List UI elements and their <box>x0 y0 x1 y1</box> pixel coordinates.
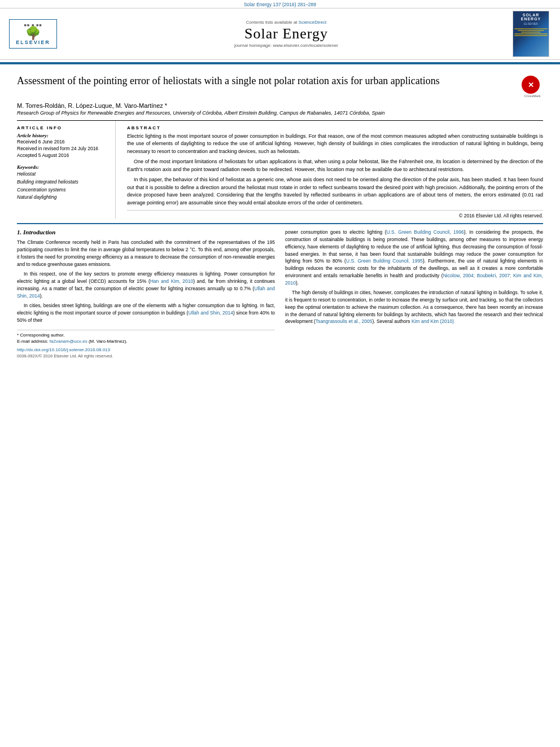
abstract-p2: One of the most important limitations of… <box>127 158 543 173</box>
article-body: Assessment of the pointing error of heli… <box>0 63 560 364</box>
intro-left: 1. Introduction The Climate Conference r… <box>17 229 275 358</box>
elsevier-brand: ELSEVIER <box>16 40 50 45</box>
received-date: Received 6 June 2016 <box>17 139 108 146</box>
journal-title: Solar Energy <box>60 26 513 42</box>
copyright: © 2016 Elsevier Ltd. All rights reserved… <box>127 210 543 219</box>
keywords-list: Heliostat Building integrated heliostats… <box>17 171 108 201</box>
abstract-col: ABSTRACT Electric lighting is the most i… <box>127 121 543 219</box>
ref-usgbc1996[interactable]: U.S. Green Building Council, 1996 <box>386 229 463 235</box>
cover-title: SOLAR ENERGY <box>514 13 548 21</box>
ref-kimkim2010[interactable]: Kim and Kim (2010) <box>412 318 454 324</box>
intro-p1: The Climate Conference recently held in … <box>17 239 275 268</box>
ref-han2010[interactable]: Han and Kim, 2010 <box>150 278 193 284</box>
keyword-2: Building integrated heliostats <box>17 178 108 186</box>
ref-usgbc1995[interactable]: U.S. Green Building Council, 1995 <box>346 258 423 264</box>
intro-body-left: The Climate Conference recently held in … <box>17 239 275 324</box>
intro-right-p2: The high density of buildings in cities,… <box>285 289 543 325</box>
journal-homepage: journal homepage: www.elsevier.com/locat… <box>60 43 513 48</box>
article-info-col: ARTICLE INFO Article history: Received 6… <box>17 121 116 219</box>
abstract-text: Electric lighting is the most important … <box>127 133 543 207</box>
keyword-1: Heliostat <box>17 171 108 178</box>
doi-copyright: 0038-092X/© 2016 Elsevier Ltd. All right… <box>17 353 275 359</box>
article-info-label: ARTICLE INFO <box>17 125 108 130</box>
ref-ullah2014a[interactable]: Ullah and Shin, 2014 <box>17 286 275 299</box>
intro-p3: In cities, besides street lighting, buil… <box>17 302 275 324</box>
abstract-label: ABSTRACT <box>127 125 543 130</box>
doi-section: http://dx.doi.org/10.1016/j.solener.2016… <box>17 347 275 352</box>
sciencedirect-notice: Contents lists available at ScienceDirec… <box>60 20 513 25</box>
keywords-label: Keywords: <box>17 164 108 170</box>
sciencedirect-link[interactable]: ScienceDirect <box>299 20 326 25</box>
article-title-row: Assessment of the pointing error of heli… <box>17 75 543 99</box>
journal-main-header: ■■ ■ ■■ 🌳 ELSEVIER Contents lists availa… <box>0 8 560 60</box>
crossmark-icon: ✕ <box>522 76 540 94</box>
journal-citation: Solar Energy 137 (2016) 281–289 <box>0 0 560 8</box>
history-label: Article history: <box>17 133 108 138</box>
intro-heading: 1. Introduction <box>17 229 275 235</box>
abstract-p3: In this paper, the behavior of this kind… <box>127 176 543 207</box>
doi-link[interactable]: http://dx.doi.org/10.1016/j.solener.2016… <box>17 347 110 352</box>
footnote-section: * Corresponding author. E-mail address: … <box>17 330 275 344</box>
footnote-star-line: * Corresponding author. <box>17 333 275 338</box>
journal-cover: SOLAR ENERGY ELSEVIER <box>513 11 551 57</box>
authors: M. Torres-Roldán, R. López-Luque, M. Var… <box>17 102 543 109</box>
ref-tsang2005[interactable]: Tsangrassoulis et al., 2005 <box>316 318 373 324</box>
keyword-3: Concentration systems <box>17 186 108 194</box>
ref-ullah2014b[interactable]: Ullah and Shin, 2014 <box>188 310 233 316</box>
cover-elsevier-small: ELSEVIER <box>524 22 537 25</box>
intro-body-right: power consumption goes to electric light… <box>285 229 543 325</box>
journal-center: Contents lists available at ScienceDirec… <box>60 20 513 49</box>
affiliation: Research Group of Physics for Renewable … <box>17 110 543 116</box>
article-title-text: Assessment of the pointing error of heli… <box>17 75 516 88</box>
main-section: 1. Introduction The Climate Conference r… <box>17 223 543 358</box>
cover-decoration <box>514 28 548 37</box>
svg-text:✕: ✕ <box>528 81 534 89</box>
journal-header: Solar Energy 137 (2016) 281–289 ■■ ■ ■■ … <box>0 0 560 63</box>
keyword-4: Natural daylighting <box>17 194 108 202</box>
intro-right-p1: power consumption goes to electric light… <box>285 229 543 286</box>
intro-p2: In this respect, one of the key sectors … <box>17 270 275 299</box>
ref-nicolow2004[interactable]: Nicolow, 2004; Boubekri, 2007; Kim and K… <box>285 273 543 286</box>
article-info-abstract: ARTICLE INFO Article history: Received 6… <box>17 120 543 219</box>
footnote-email-link[interactable]: fa2vanam@uco.es <box>50 339 88 344</box>
abstract-p1: Electric lighting is the most important … <box>127 133 543 156</box>
revised-date: Received in revised form 24 July 2016 <box>17 146 108 152</box>
footnote-email-line: E-mail address: fa2vanam@uco.es (M. Varo… <box>17 339 275 344</box>
accepted-date: Accepted 5 August 2016 <box>17 152 108 159</box>
elsevier-logo: ■■ ■ ■■ 🌳 ELSEVIER <box>9 19 60 49</box>
elsevier-tree-icon: 🌳 <box>25 27 41 40</box>
crossmark: ✕ CrossMark <box>522 76 543 99</box>
intro-right: power consumption goes to electric light… <box>285 229 543 358</box>
